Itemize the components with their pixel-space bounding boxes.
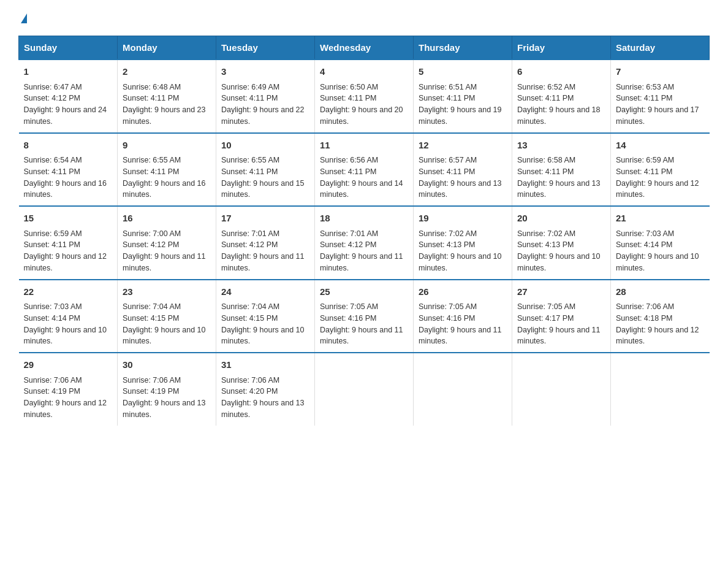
column-header-thursday: Thursday	[414, 36, 512, 60]
sunset-text: Sunset: 4:16 PM	[419, 314, 475, 323]
daylight-text: Daylight: 9 hours and 22 minutes.	[221, 105, 305, 126]
calendar-cell: 5 Sunrise: 6:51 AM Sunset: 4:11 PM Dayli…	[414, 59, 512, 133]
calendar-cell: 30 Sunrise: 7:06 AM Sunset: 4:19 PM Dayl…	[118, 353, 216, 426]
daylight-text: Daylight: 9 hours and 20 minutes.	[320, 105, 403, 126]
calendar-cell: 16 Sunrise: 7:00 AM Sunset: 4:12 PM Dayl…	[118, 206, 216, 280]
sunset-text: Sunset: 4:14 PM	[24, 314, 80, 323]
sunset-text: Sunset: 4:11 PM	[24, 167, 80, 176]
calendar-cell: 31 Sunrise: 7:06 AM Sunset: 4:20 PM Dayl…	[216, 353, 315, 426]
calendar-cell: 20 Sunrise: 7:02 AM Sunset: 4:13 PM Dayl…	[512, 206, 611, 280]
calendar-cell: 9 Sunrise: 6:55 AM Sunset: 4:11 PM Dayli…	[118, 133, 216, 207]
daylight-text: Daylight: 9 hours and 10 minutes.	[517, 252, 601, 272]
sunrise-text: Sunrise: 6:55 AM	[123, 156, 181, 164]
sunset-text: Sunset: 4:11 PM	[419, 94, 475, 102]
daylight-text: Daylight: 9 hours and 12 minutes.	[24, 252, 107, 272]
daylight-text: Daylight: 9 hours and 13 minutes.	[221, 399, 305, 419]
calendar-cell: 11 Sunrise: 6:56 AM Sunset: 4:11 PM Dayl…	[315, 133, 414, 207]
day-number: 20	[517, 212, 605, 226]
day-number: 17	[221, 212, 309, 226]
sunrise-text: Sunrise: 7:04 AM	[123, 302, 181, 311]
sunrise-text: Sunrise: 6:54 AM	[24, 156, 82, 164]
sunrise-text: Sunrise: 7:02 AM	[419, 229, 477, 238]
calendar-cell: 27 Sunrise: 7:05 AM Sunset: 4:17 PM Dayl…	[512, 280, 611, 353]
calendar-cell: 10 Sunrise: 6:55 AM Sunset: 4:11 PM Dayl…	[216, 133, 315, 207]
daylight-text: Daylight: 9 hours and 12 minutes.	[24, 399, 107, 419]
day-number: 11	[320, 139, 408, 153]
sunrise-text: Sunrise: 6:58 AM	[517, 156, 575, 164]
sunrise-text: Sunrise: 7:05 AM	[419, 302, 477, 311]
daylight-text: Daylight: 9 hours and 11 minutes.	[123, 252, 206, 272]
sunrise-text: Sunrise: 7:01 AM	[320, 229, 378, 238]
daylight-text: Daylight: 9 hours and 23 minutes.	[123, 105, 206, 126]
sunset-text: Sunset: 4:13 PM	[419, 240, 475, 249]
day-number: 5	[419, 65, 507, 79]
calendar-cell	[414, 353, 512, 426]
calendar-cell: 19 Sunrise: 7:02 AM Sunset: 4:13 PM Dayl…	[414, 206, 512, 280]
daylight-text: Daylight: 9 hours and 10 minutes.	[616, 252, 699, 272]
sunrise-text: Sunrise: 6:48 AM	[123, 83, 181, 91]
sunrise-text: Sunrise: 6:52 AM	[517, 83, 575, 91]
sunrise-text: Sunrise: 6:57 AM	[419, 156, 477, 164]
day-number: 27	[517, 285, 605, 299]
sunset-text: Sunset: 4:12 PM	[24, 94, 80, 102]
sunset-text: Sunset: 4:18 PM	[616, 314, 672, 323]
sunset-text: Sunset: 4:11 PM	[320, 94, 376, 102]
daylight-text: Daylight: 9 hours and 16 minutes.	[24, 179, 107, 199]
calendar-cell: 29 Sunrise: 7:06 AM Sunset: 4:19 PM Dayl…	[19, 353, 118, 426]
daylight-text: Daylight: 9 hours and 10 minutes.	[123, 326, 206, 346]
calendar-cell: 25 Sunrise: 7:05 AM Sunset: 4:16 PM Dayl…	[315, 280, 414, 353]
calendar-cell: 18 Sunrise: 7:01 AM Sunset: 4:12 PM Dayl…	[315, 206, 414, 280]
sunrise-text: Sunrise: 7:00 AM	[123, 229, 181, 238]
calendar-week-row: 29 Sunrise: 7:06 AM Sunset: 4:19 PM Dayl…	[19, 353, 710, 426]
day-number: 18	[320, 212, 408, 226]
day-number: 25	[320, 285, 408, 299]
calendar-cell: 4 Sunrise: 6:50 AM Sunset: 4:11 PM Dayli…	[315, 59, 414, 133]
sunset-text: Sunset: 4:11 PM	[616, 94, 672, 102]
column-header-friday: Friday	[512, 36, 611, 60]
day-number: 19	[419, 212, 507, 226]
day-number: 31	[221, 358, 309, 372]
sunset-text: Sunset: 4:15 PM	[123, 314, 179, 323]
sunset-text: Sunset: 4:12 PM	[320, 240, 376, 249]
calendar-cell: 7 Sunrise: 6:53 AM Sunset: 4:11 PM Dayli…	[611, 59, 710, 133]
sunset-text: Sunset: 4:11 PM	[517, 167, 574, 176]
daylight-text: Daylight: 9 hours and 15 minutes.	[221, 179, 305, 199]
daylight-text: Daylight: 9 hours and 13 minutes.	[517, 179, 601, 199]
day-number: 21	[616, 212, 705, 226]
sunrise-text: Sunrise: 6:56 AM	[320, 156, 378, 164]
daylight-text: Daylight: 9 hours and 11 minutes.	[320, 326, 403, 346]
logo	[18, 12, 27, 23]
daylight-text: Daylight: 9 hours and 14 minutes.	[320, 179, 403, 199]
calendar-cell: 24 Sunrise: 7:04 AM Sunset: 4:15 PM Dayl…	[216, 280, 315, 353]
column-header-tuesday: Tuesday	[216, 36, 315, 60]
calendar-cell	[315, 353, 414, 426]
daylight-text: Daylight: 9 hours and 10 minutes.	[419, 252, 502, 272]
sunset-text: Sunset: 4:14 PM	[616, 240, 672, 249]
column-header-wednesday: Wednesday	[315, 36, 414, 60]
day-number: 15	[24, 212, 113, 226]
calendar-cell: 14 Sunrise: 6:59 AM Sunset: 4:11 PM Dayl…	[611, 133, 710, 207]
day-number: 30	[123, 358, 211, 372]
sunrise-text: Sunrise: 6:51 AM	[419, 83, 477, 91]
daylight-text: Daylight: 9 hours and 19 minutes.	[419, 105, 502, 126]
sunrise-text: Sunrise: 7:06 AM	[616, 302, 674, 311]
day-number: 16	[123, 212, 211, 226]
sunrise-text: Sunrise: 7:06 AM	[123, 376, 181, 385]
sunset-text: Sunset: 4:11 PM	[320, 167, 376, 176]
calendar-cell: 22 Sunrise: 7:03 AM Sunset: 4:14 PM Dayl…	[19, 280, 118, 353]
daylight-text: Daylight: 9 hours and 24 minutes.	[24, 105, 107, 126]
sunset-text: Sunset: 4:11 PM	[517, 94, 574, 102]
sunset-text: Sunset: 4:17 PM	[517, 314, 574, 323]
day-number: 28	[616, 285, 705, 299]
day-number: 6	[517, 65, 605, 79]
daylight-text: Daylight: 9 hours and 11 minutes.	[320, 252, 403, 272]
day-number: 23	[123, 285, 211, 299]
daylight-text: Daylight: 9 hours and 17 minutes.	[616, 105, 699, 126]
sunrise-text: Sunrise: 7:05 AM	[517, 302, 575, 311]
calendar-body: 1 Sunrise: 6:47 AM Sunset: 4:12 PM Dayli…	[19, 59, 710, 426]
sunrise-text: Sunrise: 6:59 AM	[24, 229, 82, 238]
sunset-text: Sunset: 4:12 PM	[221, 240, 278, 249]
calendar-cell: 23 Sunrise: 7:04 AM Sunset: 4:15 PM Dayl…	[118, 280, 216, 353]
sunset-text: Sunset: 4:11 PM	[221, 94, 278, 102]
calendar-cell: 2 Sunrise: 6:48 AM Sunset: 4:11 PM Dayli…	[118, 59, 216, 133]
